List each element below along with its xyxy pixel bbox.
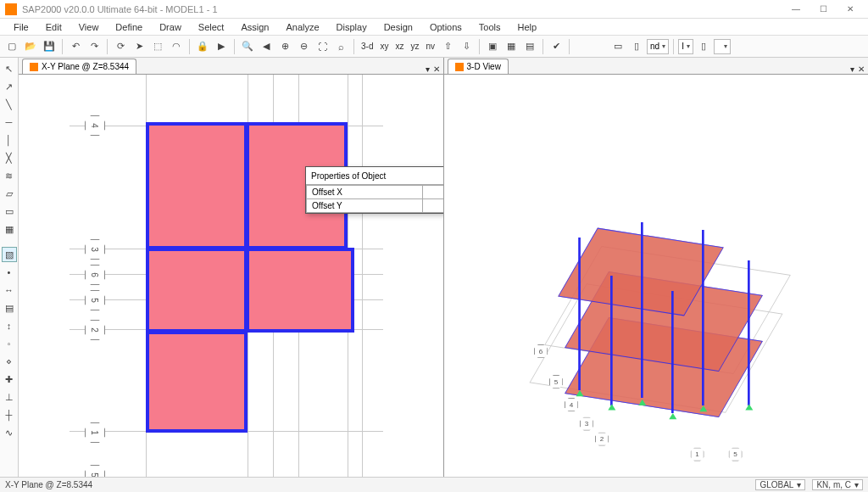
statusbar: X-Y Plane @ Z=8.5344 GLOBAL ▾ KN, m, C ▾ [0,477,868,492]
draw-poly-area-icon[interactable]: ▧ [2,247,17,262]
snap-line-icon[interactable]: ∿ [2,425,17,440]
move-down-icon[interactable]: ⇩ [458,38,475,55]
open-icon[interactable]: 📂 [22,38,39,55]
view-close-icon[interactable]: ✕ [433,64,440,74]
column[interactable] [671,291,674,413]
view-yz-button[interactable]: yz [408,42,421,51]
frame-section-combo[interactable]: ▾ [714,39,732,54]
window-minimize-button[interactable]: — [783,2,809,17]
dimension-icon[interactable]: ↕ [2,318,17,333]
lock-icon[interactable]: 🔒 [194,38,211,55]
view-xy-button[interactable]: xy [377,42,391,51]
select-tool-icon[interactable]: ↖ [2,61,17,76]
snap-grid-icon[interactable]: ┼ [2,407,17,422]
column[interactable] [641,222,643,398]
zoom-previous-icon[interactable]: ◀ [258,38,275,55]
view-tab-3d[interactable]: 3-D View [448,59,509,74]
draw-beam-icon[interactable]: ─ [2,115,17,130]
toggle-grid-icon[interactable]: ▤ [521,38,538,55]
menu-edit[interactable]: Edit [39,20,69,34]
snap-end-icon[interactable]: ◦ [2,336,17,351]
area-object[interactable] [246,248,354,333]
pointer-icon[interactable]: ➤ [131,38,147,55]
reshape-tool-icon[interactable]: ↗ [2,79,17,94]
snap-mid-icon[interactable]: ⋄ [2,354,17,369]
canvas-xy[interactable]: 4 3 6 5 2 1 5 Properties of Object ✕ Off… [19,75,443,477]
zoom-in-icon[interactable]: ⊕ [276,38,293,55]
column[interactable] [702,230,704,405]
extrude-icon[interactable]: ▯ [628,38,645,55]
rubber-band-icon[interactable]: ⬚ [149,38,166,55]
prop-value[interactable]: 0. [423,199,443,213]
draw-link-icon[interactable]: ↔ [2,282,17,298]
draw-frame-icon[interactable]: ╲ [2,97,17,112]
properties-of-object-dialog[interactable]: Properties of Object ✕ Offset X 0. Offse… [305,166,443,214]
draw-brace-icon[interactable]: ╳ [2,150,17,165]
menu-options[interactable]: Options [423,20,469,34]
units-combo[interactable]: KN, m, C ▾ [812,479,863,490]
snap-int-icon[interactable]: ✚ [2,372,17,387]
lasso-icon[interactable]: ◠ [168,38,185,55]
section-cut-icon[interactable]: ▭ [609,38,626,55]
menu-assign[interactable]: Assign [234,20,275,34]
refresh-icon[interactable]: ⟳ [112,38,129,55]
dialog-header[interactable]: Properties of Object ✕ [306,167,443,185]
snap-perp-icon[interactable]: ⊥ [2,389,17,405]
object-fill-icon[interactable]: ▦ [503,38,520,55]
column[interactable] [578,238,581,390]
window-close-button[interactable]: ✕ [837,2,863,17]
undo-icon[interactable]: ↶ [67,38,84,55]
separator [673,39,674,54]
zoom-extents-icon[interactable]: ⛶ [314,38,331,55]
new-icon[interactable]: ▢ [3,38,20,55]
prop-value[interactable]: 0. [423,186,443,199]
set-display-icon[interactable]: ✔ [548,38,565,55]
view-xz-button[interactable]: xz [392,42,406,51]
menu-select[interactable]: Select [192,20,231,34]
view-nv-button[interactable]: nv [423,42,437,51]
run-icon[interactable]: ▶ [213,38,230,55]
end-release-combo[interactable]: I▾ [678,39,693,54]
zoom-window-icon[interactable]: ⌕ [332,38,349,55]
menu-define[interactable]: Define [108,20,149,34]
save-icon[interactable]: 💾 [41,38,58,55]
window-maximize-button[interactable]: ☐ [810,2,836,17]
divider [2,239,17,244]
menu-analyze[interactable]: Analyze [279,20,326,34]
menu-display[interactable]: Display [330,20,374,34]
column[interactable] [748,260,750,405]
view-close-icon[interactable]: ✕ [858,64,865,74]
draw-column-icon[interactable]: │ [2,132,17,148]
view-dropdown-icon[interactable]: ▾ [426,64,430,74]
coord-system-combo[interactable]: GLOBAL ▾ [755,479,805,490]
menu-view[interactable]: View [72,20,106,34]
draw-rect-area-icon[interactable]: ▭ [2,204,17,219]
views-container: X-Y Plane @ Z=8.5344 ▾ ✕ [19,58,868,477]
object-shrink-icon[interactable]: ▣ [484,38,501,55]
quick-area-icon[interactable]: ▦ [2,221,17,237]
menu-help[interactable]: Help [511,20,544,34]
view-3d-button[interactable]: 3-d [359,42,376,51]
draw-grid-icon[interactable]: ▤ [2,300,17,316]
area-object[interactable] [146,331,248,433]
zoom-realtime-icon[interactable]: 🔍 [239,38,256,55]
named-view-combo[interactable]: nd▾ [647,39,669,54]
draw-joint-icon[interactable]: • [2,265,17,280]
column[interactable] [610,276,613,405]
zoom-out-icon[interactable]: ⊖ [295,38,312,55]
menu-file[interactable]: File [7,20,36,34]
draw-secondary-icon[interactable]: ≋ [2,168,17,183]
separator [107,39,108,54]
menu-draw[interactable]: Draw [153,20,188,34]
view-dropdown-icon[interactable]: ▾ [850,64,854,74]
draw-area-icon[interactable]: ▱ [2,186,17,201]
menu-tools[interactable]: Tools [472,20,508,34]
canvas-3d[interactable]: 6 5 4 3 2 1 5 [444,75,869,477]
area-object[interactable] [146,122,248,249]
section-props-icon[interactable]: ▯ [695,38,712,55]
menu-design[interactable]: Design [377,20,420,34]
move-up-icon[interactable]: ⇧ [439,38,456,55]
view-tab-xy[interactable]: X-Y Plane @ Z=8.5344 [22,59,136,74]
redo-icon[interactable]: ↷ [86,38,103,55]
area-object[interactable] [146,248,248,333]
